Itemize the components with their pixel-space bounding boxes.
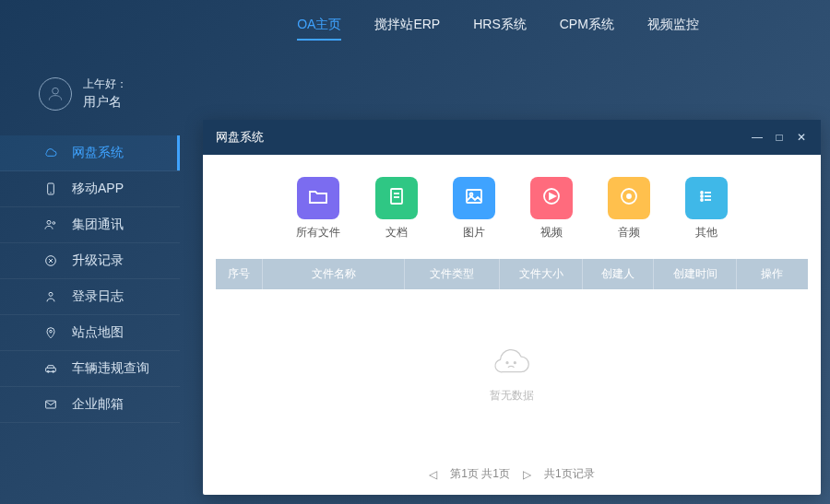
nav-item-video[interactable]: 视频监控 <box>647 17 699 41</box>
pager-count-text: 共1页记录 <box>544 466 595 482</box>
col-filetype: 文件类型 <box>405 259 500 289</box>
users-icon <box>42 217 59 233</box>
pin-icon <box>42 324 59 341</box>
panel-header: 网盘系统 — □ ✕ <box>203 120 821 155</box>
empty-state: 暂无数据 <box>203 289 821 457</box>
circle-x-icon <box>42 252 59 269</box>
sidebar-item-vehicle[interactable]: 车辆违规查询 <box>0 351 180 387</box>
sidebar-item-label: 车辆违规查询 <box>72 360 149 377</box>
sidebar-item-upgrade[interactable]: 升级记录 <box>0 243 180 279</box>
tile-label: 文档 <box>375 225 418 240</box>
col-index: 序号 <box>216 259 263 289</box>
svg-rect-11 <box>46 401 56 408</box>
play-icon <box>540 185 563 211</box>
sidebar-item-label: 升级记录 <box>72 252 124 269</box>
top-nav: OA主页 搅拌站ERP HRS系统 CPM系统 视频监控 <box>0 0 830 41</box>
tile-docs[interactable]: 文档 <box>375 177 418 240</box>
pager-prev[interactable]: ◁ <box>429 468 437 481</box>
col-filename: 文件名称 <box>263 259 405 289</box>
tile-label: 音频 <box>608 225 650 240</box>
pager-next[interactable]: ▷ <box>523 468 531 481</box>
svg-rect-15 <box>467 190 481 203</box>
tile-label: 其他 <box>685 225 728 240</box>
sidebar-item-app[interactable]: 移动APP <box>0 171 180 207</box>
tile-images[interactable]: 图片 <box>453 177 495 240</box>
col-actions: 操作 <box>737 259 808 289</box>
user-block: 上午好： 用户名 <box>0 64 180 130</box>
tile-other[interactable]: 其他 <box>685 177 728 240</box>
tile-audio[interactable]: 音频 <box>608 177 650 240</box>
file-type-tiles: 所有文件 文档 图片 视频 音频 其他 <box>203 155 821 253</box>
svg-point-26 <box>506 362 508 364</box>
mail-icon <box>42 396 59 413</box>
tile-all-files[interactable]: 所有文件 <box>296 177 340 240</box>
person-icon <box>42 288 59 305</box>
nav-item-hrs[interactable]: HRS系统 <box>473 17 527 41</box>
svg-point-20 <box>701 192 703 193</box>
sidebar-item-label: 企业邮箱 <box>72 396 124 413</box>
image-icon <box>463 185 485 211</box>
maximize-button[interactable]: □ <box>773 131 786 144</box>
svg-point-0 <box>53 88 59 94</box>
svg-point-6 <box>49 292 53 296</box>
car-icon <box>42 360 59 377</box>
svg-point-7 <box>50 330 53 333</box>
sidebar-item-sitemap[interactable]: 站点地图 <box>0 315 180 351</box>
panel-netdisk: 网盘系统 — □ ✕ 所有文件 文档 图片 视频 音频 其他 <box>203 120 821 495</box>
sidebar-item-loginlog[interactable]: 登录日志 <box>0 279 180 315</box>
table-header: 序号 文件名称 文件类型 文件大小 创建人 创建时间 操作 <box>216 259 808 289</box>
nav-item-erp[interactable]: 搅拌站ERP <box>374 17 440 41</box>
svg-point-19 <box>627 194 631 198</box>
sidebar-item-label: 登录日志 <box>72 288 124 305</box>
avatar <box>39 77 72 111</box>
empty-cloud-icon <box>489 343 535 382</box>
sidebar-item-label: 网盘系统 <box>72 145 124 161</box>
tile-label: 视频 <box>530 225 573 240</box>
pager: ◁ 第1页 共1页 ▷ 共1页记录 <box>203 457 821 495</box>
folder-icon <box>307 185 329 211</box>
phone-icon <box>42 181 59 197</box>
tile-video[interactable]: 视频 <box>530 177 573 240</box>
window-controls: — □ ✕ <box>751 131 808 144</box>
sidebar-item-label: 移动APP <box>72 181 124 197</box>
sidebar-item-netdisk[interactable]: 网盘系统 <box>0 135 180 171</box>
sidebar-item-contacts[interactable]: 集团通讯 <box>0 207 180 243</box>
music-icon <box>618 185 640 211</box>
empty-text: 暂无数据 <box>490 388 534 404</box>
tile-label: 所有文件 <box>296 225 340 240</box>
side-menu: 网盘系统 移动APP 集团通讯 升级记录 登录日志 站点地图 车辆违规查询 企 <box>0 135 180 423</box>
sidebar-item-email[interactable]: 企业邮箱 <box>0 387 180 423</box>
sidebar: 上午好： 用户名 网盘系统 移动APP 集团通讯 升级记录 登录日志 站点地图 <box>0 64 180 423</box>
tile-label: 图片 <box>453 225 495 240</box>
svg-point-24 <box>701 199 703 201</box>
nav-item-oa[interactable]: OA主页 <box>297 17 341 41</box>
col-creator: 创建人 <box>583 259 654 289</box>
close-button[interactable]: ✕ <box>795 131 808 144</box>
svg-point-22 <box>701 195 703 197</box>
panel-title: 网盘系统 <box>216 129 264 146</box>
svg-point-3 <box>47 220 51 224</box>
nav-item-cpm[interactable]: CPM系统 <box>560 17 614 41</box>
col-filesize: 文件大小 <box>500 259 583 289</box>
cloud-icon <box>42 145 59 161</box>
document-icon <box>385 185 408 211</box>
minimize-button[interactable]: — <box>751 131 764 144</box>
user-name: 用户名 <box>83 92 127 111</box>
pager-page-text: 第1页 共1页 <box>450 466 510 482</box>
svg-rect-12 <box>391 189 402 204</box>
svg-point-27 <box>514 362 516 364</box>
sidebar-item-label: 站点地图 <box>72 324 124 341</box>
sidebar-item-label: 集团通讯 <box>72 217 124 233</box>
col-createtime: 创建时间 <box>654 259 737 289</box>
list-icon <box>695 185 717 211</box>
user-greeting: 上午好： <box>83 76 127 92</box>
svg-point-4 <box>53 222 55 225</box>
